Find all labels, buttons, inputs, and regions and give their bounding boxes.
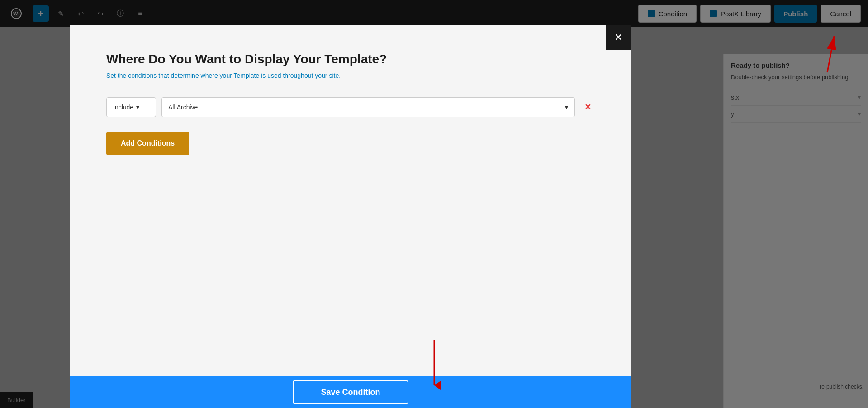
archive-select[interactable]: All Archive ▾ (161, 97, 575, 117)
include-chevron-icon: ▾ (136, 104, 139, 111)
modal-title: Where Do You Want to Display Your Templa… (106, 52, 595, 66)
modal-subtitle: Set the conditions that determine where … (106, 72, 595, 79)
archive-chevron-icon: ▾ (565, 104, 568, 111)
delete-condition-button[interactable]: ✕ (580, 100, 595, 114)
modal-footer: Save Condition (70, 376, 631, 408)
modal-body: Where Do You Want to Display Your Templa… (70, 25, 631, 376)
archive-label: All Archive (168, 104, 198, 111)
include-select[interactable]: Include ▾ (106, 97, 156, 117)
delete-icon: ✕ (584, 102, 591, 112)
condition-modal: ✕ Where Do You Want to Display Your Temp… (70, 25, 631, 408)
modal-subtitle-text: Set the conditions that determine where … (106, 72, 233, 79)
save-condition-button[interactable]: Save Condition (293, 380, 408, 404)
save-condition-label: Save Condition (321, 388, 380, 397)
modal-subtitle-end: is used throughout your site. (259, 72, 341, 79)
include-label: Include (113, 104, 133, 111)
modal-subtitle-link: Template (233, 72, 259, 79)
condition-row: Include ▾ All Archive ▾ ✕ (106, 97, 595, 117)
add-conditions-button[interactable]: Add Conditions (106, 132, 189, 155)
close-icon: ✕ (614, 32, 622, 43)
add-conditions-label: Add Conditions (121, 139, 175, 147)
modal-close-button[interactable]: ✕ (606, 25, 631, 50)
